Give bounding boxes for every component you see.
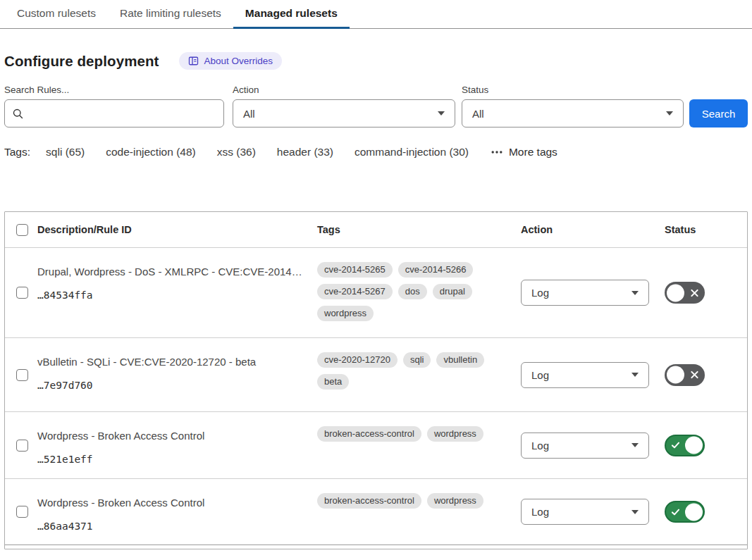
x-icon-wrap	[690, 288, 699, 297]
rule-description: Wordpress - Broken Access Control	[37, 429, 309, 443]
status-toggle[interactable]	[665, 282, 705, 304]
tag-pill-cve-2014-5265: cve-2014-5265	[317, 262, 393, 278]
status-filter-select[interactable]: All	[462, 99, 684, 127]
page-title: Configure deployment	[4, 53, 159, 70]
action-filter-select[interactable]: All	[233, 99, 455, 127]
tab-custom-rulesets[interactable]: Custom rulesets	[5, 0, 108, 28]
rule-status-cell	[663, 412, 747, 478]
more-tags-button[interactable]: More tags	[491, 146, 557, 158]
toggle-knob	[685, 503, 703, 521]
row-checkbox-cell	[5, 248, 37, 337]
status-toggle[interactable]	[665, 501, 705, 523]
tag-pill-wordpress: wordpress	[427, 426, 483, 442]
about-overrides-label: About Overrides	[204, 56, 273, 66]
tag-link-code-injection-48[interactable]: code-injection (48)	[106, 146, 196, 158]
rule-description-cell: Drupal, Wordpress - DoS - XMLRPC - CVE:C…	[37, 248, 317, 337]
column-header-status: Status	[663, 224, 747, 235]
column-header-label: Action	[521, 224, 553, 235]
rule-description-cell: Wordpress - Broken Access Control…521e1e…	[37, 412, 317, 478]
chevron-down-icon	[631, 373, 639, 377]
rule-action-value: Log	[531, 506, 549, 518]
row-checkbox[interactable]	[16, 287, 28, 299]
status-filter-label: Status	[462, 85, 684, 95]
row-checkbox[interactable]	[16, 369, 28, 381]
tags-bar-label: Tags:	[4, 146, 30, 158]
rule-tags-cell: broken-access-controlwordpress	[317, 479, 521, 545]
column-header-action: Action	[521, 224, 663, 235]
about-overrides-link[interactable]: About Overrides	[179, 52, 283, 70]
chevron-down-icon	[438, 111, 445, 116]
column-header-label: Description/Rule ID	[37, 224, 132, 235]
check-icon	[671, 441, 680, 450]
filter-row: Search Rules... Action All Status	[4, 85, 748, 127]
tags-bar: Tags:sqli (65)code-injection (48)xss (36…	[4, 146, 748, 158]
chevron-down-icon	[631, 443, 639, 447]
main-content: Configure deployment About Overrides Sea…	[0, 52, 752, 549]
tag-pill-broken-access-control: broken-access-control	[317, 493, 421, 509]
tab-managed-rulesets[interactable]: Managed rulesets	[233, 0, 350, 28]
table-row: vBulletin - SQLi - CVE:CVE-2020-12720 - …	[5, 337, 747, 411]
action-filter-label: Action	[233, 85, 455, 95]
chevron-down-icon	[666, 111, 673, 116]
rule-action-select[interactable]: Log	[521, 499, 649, 525]
rule-action-cell: Log	[521, 248, 663, 337]
tag-link-header-33[interactable]: header (33)	[277, 146, 333, 158]
header-checkbox-cell	[5, 224, 37, 236]
rule-action-select[interactable]: Log	[521, 433, 649, 459]
chevron-down-icon	[631, 291, 639, 295]
heading-row: Configure deployment About Overrides	[4, 52, 748, 70]
tag-link-sqli-65[interactable]: sqli (65)	[46, 146, 85, 158]
next-row-stub	[5, 545, 747, 549]
rule-tags-cell: cve-2014-5265cve-2014-5266cve-2014-5267d…	[317, 248, 521, 337]
chevron-down-icon	[631, 510, 639, 514]
tag-pill-wordpress: wordpress	[317, 306, 374, 321]
search-button[interactable]: Search	[689, 99, 748, 127]
rule-description-cell: Wordpress - Broken Access Control…86aa43…	[37, 479, 317, 545]
rule-description: vBulletin - SQLi - CVE:CVE-2020-12720 - …	[37, 355, 309, 369]
column-header-tags: Tags	[317, 224, 521, 235]
column-header-label: Tags	[317, 224, 340, 235]
tag-pill-cve-2014-5266: cve-2014-5266	[398, 262, 474, 278]
tag-pill-sqli: sqli	[403, 352, 431, 368]
rule-action-value: Log	[531, 369, 549, 381]
tag-link-xss-36[interactable]: xss (36)	[217, 146, 256, 158]
action-filter-value: All	[243, 108, 255, 120]
rule-action-select[interactable]: Log	[521, 280, 649, 306]
row-checkbox[interactable]	[16, 440, 28, 452]
managed-rulesets-page: Custom rulesetsRate limiting rulesetsMan…	[0, 0, 752, 549]
row-checkbox-cell	[5, 338, 37, 411]
select-all-checkbox[interactable]	[16, 224, 28, 236]
search-input-box[interactable]	[4, 99, 224, 127]
tab-bar: Custom rulesetsRate limiting rulesetsMan…	[0, 0, 752, 29]
check-icon-wrap	[671, 441, 680, 450]
status-toggle[interactable]	[665, 435, 705, 456]
status-toggle[interactable]	[665, 364, 705, 386]
x-icon-wrap	[690, 371, 699, 380]
rules-table: Description/Rule IDTagsActionStatusDrupa…	[4, 211, 748, 549]
tag-pill-vbulletin: vbulletin	[436, 352, 484, 368]
rule-tags-cell: cve-2020-12720sqlivbulletinbeta	[317, 338, 521, 411]
search-field-label: Search Rules...	[4, 85, 224, 95]
rule-action-value: Log	[531, 440, 549, 452]
rule-status-cell	[663, 479, 747, 545]
rule-description: Drupal, Wordpress - DoS - XMLRPC - CVE:C…	[37, 265, 309, 279]
tag-link-command-injection-30[interactable]: command-injection (30)	[355, 146, 469, 158]
rule-action-select[interactable]: Log	[521, 362, 649, 388]
rule-action-cell: Log	[521, 338, 663, 411]
row-checkbox-cell	[5, 412, 37, 478]
tab-rate-limiting-rulesets[interactable]: Rate limiting rulesets	[108, 0, 233, 28]
book-icon	[188, 56, 199, 66]
tag-pill-cve-2014-5267: cve-2014-5267	[317, 284, 393, 299]
row-checkbox[interactable]	[16, 506, 28, 518]
search-input[interactable]	[30, 107, 216, 120]
rule-action-value: Log	[531, 287, 549, 299]
rule-id: …7e97d760	[37, 380, 309, 391]
tag-pill-broken-access-control: broken-access-control	[317, 426, 421, 442]
table-row: Wordpress - Broken Access Control…521e1e…	[5, 411, 747, 478]
rule-tags-cell: broken-access-controlwordpress	[317, 412, 521, 478]
more-dots-icon	[491, 150, 503, 154]
action-filter-group: Action All	[233, 85, 455, 127]
more-tags-label: More tags	[509, 146, 557, 158]
table-row: Wordpress - Broken Access Control…86aa43…	[5, 478, 747, 545]
tag-pill-beta: beta	[317, 374, 349, 390]
